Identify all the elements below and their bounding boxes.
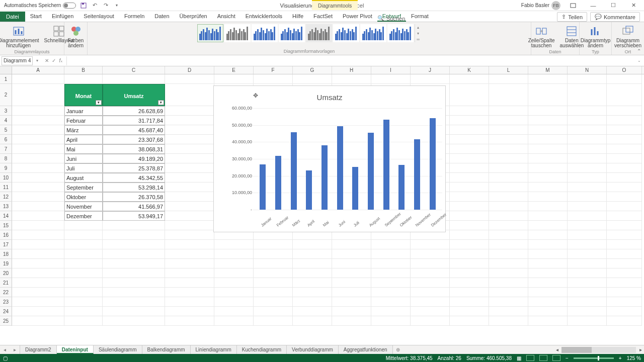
chart-bar-Dezember[interactable] — [430, 118, 436, 210]
close-icon[interactable]: ✕ — [626, 1, 641, 11]
sheet-tab-liniendiagramm[interactable]: Liniendiagramm — [191, 345, 237, 354]
cell-O17[interactable] — [607, 240, 642, 249]
hscroll-track[interactable] — [561, 347, 636, 353]
cell-N22[interactable] — [568, 288, 607, 297]
sheet-nav-next-icon[interactable]: ▸ — [14, 347, 16, 352]
chart-bar-März[interactable] — [291, 132, 297, 210]
cell-K17[interactable] — [450, 240, 489, 249]
cell-A14[interactable] — [12, 211, 64, 221]
col-header-I[interactable]: I — [371, 66, 411, 74]
embedded-chart[interactable]: ✥ Umsatz -10.000,0020.000,0030.000,0040.… — [213, 85, 446, 232]
col-header-M[interactable]: M — [528, 66, 568, 74]
gallery-up-icon[interactable]: ▴ — [415, 24, 422, 30]
cell-O3[interactable] — [607, 106, 642, 116]
cell-M14[interactable] — [528, 211, 568, 221]
cell-B16[interactable] — [64, 230, 103, 240]
cell-A19[interactable] — [12, 259, 64, 268]
row-header-10[interactable]: 10 — [0, 173, 12, 183]
cell-G19[interactable] — [293, 259, 332, 268]
cell-C14[interactable]: 53.949,17 — [103, 211, 165, 221]
tab-factset[interactable]: FactSet — [308, 12, 338, 22]
col-header-B[interactable]: B — [64, 66, 103, 74]
cell-A5[interactable] — [12, 125, 64, 135]
chart-style-3[interactable] — [252, 24, 278, 42]
cell-A2[interactable] — [12, 84, 64, 106]
filter-revenue-icon[interactable]: ▾ — [158, 100, 164, 105]
cell-C4[interactable]: 31.717,84 — [103, 116, 165, 125]
chart-bar-Februar[interactable] — [275, 156, 281, 210]
cell-N14[interactable] — [568, 211, 607, 221]
cell-A24[interactable] — [12, 307, 64, 316]
cell-B7[interactable]: Mai — [64, 144, 103, 154]
cell-C2[interactable]: Umsatz▾ — [103, 84, 165, 106]
cell-A11[interactable] — [12, 183, 64, 192]
record-macro-icon[interactable]: ▢ — [3, 355, 8, 361]
cell-K5[interactable] — [450, 125, 489, 135]
add-chart-element-button[interactable]: Diagrammelement hinzufügen — [0, 24, 45, 49]
chart-bar-September[interactable] — [383, 120, 389, 210]
cell-C25[interactable] — [103, 316, 165, 326]
cell-A25[interactable] — [12, 316, 64, 326]
cell-N8[interactable] — [568, 154, 607, 163]
new-sheet-button[interactable]: ⊕ — [393, 345, 403, 354]
cell-D8[interactable] — [165, 154, 214, 163]
cell-L1[interactable] — [489, 74, 528, 84]
cell-C18[interactable] — [103, 249, 165, 259]
cell-O13[interactable] — [607, 202, 642, 211]
cell-K21[interactable] — [450, 278, 489, 288]
cell-M21[interactable] — [528, 278, 568, 288]
sheet-tab-diagramm2[interactable]: Diagramm2 — [20, 345, 57, 354]
cell-N23[interactable] — [568, 297, 607, 307]
cell-O23[interactable] — [607, 297, 642, 307]
cell-N9[interactable] — [568, 163, 607, 173]
col-header-G[interactable]: G — [293, 66, 332, 74]
cell-B24[interactable] — [64, 307, 103, 316]
cell-O15[interactable] — [607, 221, 642, 230]
cell-B4[interactable]: Februar — [64, 116, 103, 125]
row-header-7[interactable]: 7 — [0, 144, 12, 154]
row-header-18[interactable]: 18 — [0, 249, 12, 259]
cell-C13[interactable]: 41.566,97 — [103, 202, 165, 211]
cell-M3[interactable] — [528, 106, 568, 116]
cell-C23[interactable] — [103, 297, 165, 307]
cell-H23[interactable] — [332, 297, 371, 307]
cell-I1[interactable] — [371, 74, 411, 84]
cell-F17[interactable] — [254, 240, 293, 249]
cell-C7[interactable]: 38.068,31 — [103, 144, 165, 154]
col-header-L[interactable]: L — [489, 66, 528, 74]
minimize-icon[interactable]: — — [586, 1, 601, 11]
sheet-tab-kuchendiagramm[interactable]: Kuchendiagramm — [237, 345, 287, 354]
tell-me-search[interactable]: 🔍 Suchen — [377, 15, 405, 22]
cell-C11[interactable]: 53.298,14 — [103, 183, 165, 192]
cell-D6[interactable] — [165, 135, 214, 144]
cell-N20[interactable] — [568, 268, 607, 278]
cell-E24[interactable] — [214, 307, 254, 316]
cell-D5[interactable] — [165, 125, 214, 135]
cell-D22[interactable] — [165, 288, 214, 297]
cell-A7[interactable] — [12, 144, 64, 154]
ribbon-display-options-icon[interactable] — [566, 1, 581, 11]
zoom-slider[interactable] — [574, 357, 614, 359]
col-header-F[interactable]: F — [254, 66, 293, 74]
cell-M11[interactable] — [528, 183, 568, 192]
autosave-switch-icon[interactable] — [63, 3, 76, 9]
row-header-23[interactable]: 23 — [0, 297, 12, 307]
cell-O25[interactable] — [607, 316, 642, 326]
cell-J1[interactable] — [411, 74, 450, 84]
cell-C12[interactable]: 26.370,58 — [103, 192, 165, 202]
cell-M7[interactable] — [528, 144, 568, 154]
cell-B22[interactable] — [64, 288, 103, 297]
chart-style-8[interactable] — [387, 24, 414, 42]
cell-D21[interactable] — [165, 278, 214, 288]
chart-bar-August[interactable] — [368, 133, 374, 210]
cell-D25[interactable] — [165, 316, 214, 326]
worksheet-grid[interactable]: ABCDEFGHIJKLMNO 12Monat▾Umsatz▾3Januar26… — [0, 66, 644, 331]
cell-K6[interactable] — [450, 135, 489, 144]
cell-I20[interactable] — [371, 268, 411, 278]
cell-D20[interactable] — [165, 268, 214, 278]
cell-F18[interactable] — [254, 249, 293, 259]
cell-N2[interactable] — [568, 84, 607, 106]
cell-B14[interactable]: Dezember — [64, 211, 103, 221]
cell-I19[interactable] — [371, 259, 411, 268]
cell-O14[interactable] — [607, 211, 642, 221]
